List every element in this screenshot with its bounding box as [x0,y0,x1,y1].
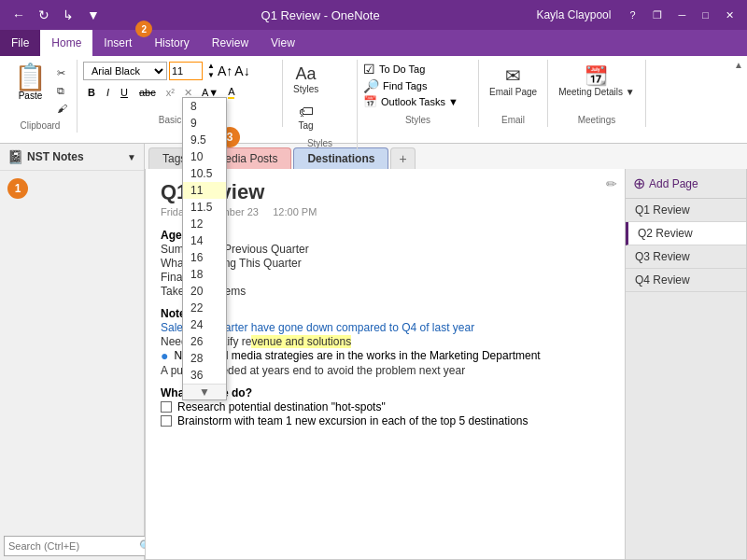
find-tags-icon: 🔎 [363,78,379,93]
font-size-item-10[interactable]: 10 [183,148,226,165]
notes-line-1: Sales this quarter have gone down compar… [161,321,610,334]
page-item-q4[interactable]: Q4 Review [626,269,746,292]
menu-view[interactable]: View [260,30,306,56]
tabs-and-content: Tags Media Posts Destinations + ✏ Q1 Rev… [145,144,747,560]
font-size-small-btn[interactable]: x² [162,86,178,99]
font-family-selector[interactable]: Arial Black [83,62,167,80]
checkbox-1-text: Research potential destination "hot-spot… [177,400,386,413]
agenda-line-1: Summary of Previous Quarter [161,243,610,256]
strikethrough-button[interactable]: abc [134,85,161,100]
font-size-item-36[interactable]: 36 [183,367,226,384]
paste-button[interactable]: 📋 Paste [9,62,51,104]
agenda-line-2: What's Coming This Quarter [161,257,610,270]
clipboard-group: 📋 Paste ✂ ⧉ 🖌 Clipboard [4,60,78,133]
font-size-item-26[interactable]: 26 [183,333,226,350]
close-button[interactable]: ✕ [720,8,740,22]
add-page-label: Add Page [649,177,698,190]
minimize-button[interactable]: ─ [673,8,692,21]
menu-file[interactable]: File [0,30,40,56]
italic-button[interactable]: I [102,85,114,100]
email-page-label: Email Page [489,87,537,97]
menu-home[interactable]: Home [40,30,92,56]
meetings-group: 📆 Meeting Details ▼ Meetings [548,60,646,127]
copy-button[interactable]: ⧉ [53,83,71,99]
restore-button[interactable]: ❐ [647,8,668,22]
decrease-font-btn[interactable]: A↓ [234,63,249,78]
styles-icon: Aa [296,64,317,84]
notebook-header[interactable]: 📓 NST Notes ▼ [0,144,144,171]
add-page-icon: ⊕ [633,175,645,192]
page-item-q1[interactable]: Q1 Review [626,199,746,222]
bold-button[interactable]: B [83,85,100,100]
checkbox-2-text: Brainstorm with team 1 new excursion in … [177,414,529,427]
styles-label: Styles [283,138,357,148]
tags-label: Styles [358,115,478,125]
page-item-q2[interactable]: Q2 Review [626,222,746,245]
increase-font-btn[interactable]: A↑ [218,63,233,78]
add-page-button[interactable]: ⊕ Add Page [626,169,746,199]
font-size-item-20[interactable]: 20 [183,283,226,300]
menu-review[interactable]: Review [201,30,260,56]
font-size-item-18[interactable]: 18 [183,266,226,283]
menu-insert[interactable]: Insert 2 [92,30,143,56]
notes-bullet-1: ● New social media strategies are in the… [161,349,610,363]
redo-icon[interactable]: ↳ [58,6,78,24]
font-size-item-10-5[interactable]: 10.5 [183,165,226,182]
page-date: Friday, September 23 12:00 PM [161,206,610,217]
font-size-input[interactable] [169,62,203,80]
menu-history[interactable]: History [143,30,200,56]
tag-button[interactable]: 🏷 Tag [289,101,323,133]
notebook-chevron-icon[interactable]: ▼ [127,152,136,162]
font-size-item-24[interactable]: 24 [183,316,226,333]
underline-button[interactable]: U [116,85,133,100]
font-size-up[interactable]: ▲ [206,62,216,71]
search-box: 🔍 [4,536,153,556]
email-page-button[interactable]: ✉ Email Page [485,62,542,100]
quick-access-icon[interactable]: ▼ [82,6,105,24]
back-icon[interactable]: ← [7,6,30,24]
agenda-section: Agenda Summary of Previous Quarter What'… [161,229,610,298]
font-size-item-9[interactable]: 9 [183,115,226,132]
title-bar-right: Kayla Claypool ? ❐ ─ □ ✕ [536,8,740,22]
font-size-down[interactable]: ▼ [206,71,216,80]
font-group: Arial Black ▲ ▼ A↑ A↓ B I U abc x² ✕ [78,60,283,127]
font-size-item-11-5[interactable]: 11.5 [183,199,226,216]
meeting-icon: 📆 [585,64,608,87]
format-paint-button[interactable]: 🖌 [53,101,71,116]
tab-add-button[interactable]: + [390,147,415,169]
checkbox-2[interactable] [161,415,172,427]
basic-text-label: Basic Text [78,115,282,125]
agenda-heading: Agenda [161,229,610,242]
page-title: Q1 Review [161,180,610,204]
font-size-item-14[interactable]: 14 [183,232,226,249]
notes-line-2: Need to identify revenue and solutions [161,335,610,348]
user-name: Kayla Claypool [536,8,611,21]
email-group: ✉ Email Page Email [479,60,548,127]
font-size-item-16[interactable]: 16 [183,249,226,266]
collapse-ribbon-btn[interactable]: ▲ [734,60,743,70]
font-size-item-8[interactable]: 8 [183,98,226,115]
checkbox-1[interactable] [161,401,172,413]
font-size-dropdown: 8 9 9.5 10 10.5 11 11.5 12 14 16 18 20 2… [182,97,227,400]
styles-button[interactable]: Aa Styles [289,62,323,97]
font-size-item-22[interactable]: 22 [183,300,226,316]
meeting-details-button[interactable]: 📆 Meeting Details ▼ [554,62,640,100]
cut-button[interactable]: ✂ [53,65,71,81]
font-size-item-9-5[interactable]: 9.5 [183,132,226,148]
dropdown-scroll-down[interactable]: ▼ [183,384,226,399]
font-size-item-11[interactable]: 11 [183,182,226,199]
tag-icon: 🏷 [299,104,314,120]
font-size-item-28[interactable]: 28 [183,350,226,367]
notes-section: Notes Sales this quarter have gone down … [161,307,610,377]
page-item-q3[interactable]: Q3 Review [626,245,746,269]
maximize-button[interactable]: □ [697,8,714,21]
edit-icon[interactable]: ✏ [606,176,617,191]
search-input[interactable] [8,540,137,552]
font-size-item-12[interactable]: 12 [183,216,226,232]
outlook-tasks-btn[interactable]: Outlook Tasks ▼ [381,96,458,107]
tab-destinations[interactable]: Destinations [293,147,388,169]
help-button[interactable]: ? [624,8,641,21]
badge-1: 1 [7,178,28,199]
email-label: Email [479,115,547,125]
undo-icon[interactable]: ↻ [34,6,54,24]
